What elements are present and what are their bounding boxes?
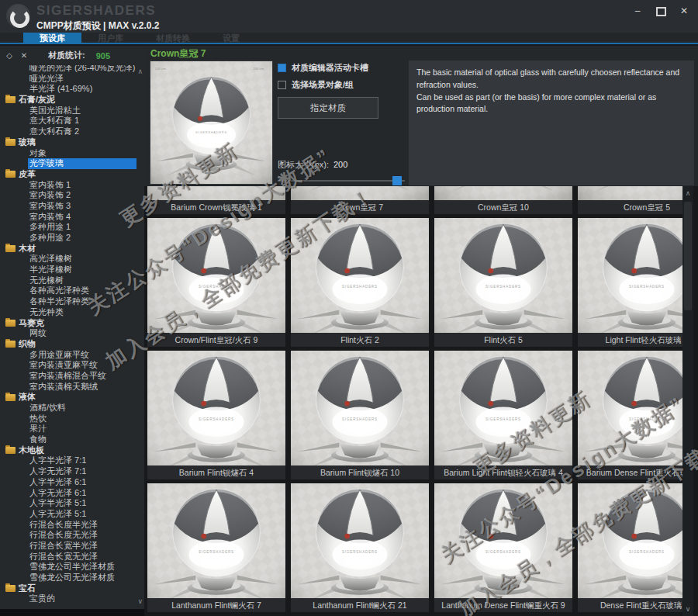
tree-item-21[interactable]: 各种高光泽种类 — [0, 286, 144, 296]
tree-item-label: 室内装潢亚麻平纹 — [29, 360, 98, 371]
tree-item-label: 室内装饰 1 — [29, 180, 71, 191]
tree-item-label: 室内装饰 2 — [29, 190, 71, 201]
window-close-button[interactable]: ✕ — [675, 5, 693, 18]
grid-scrollbar[interactable]: ∧ ∨ — [682, 186, 693, 616]
tree-item-22[interactable]: 各种半光泽种类 — [0, 296, 144, 307]
tree-folder-49[interactable]: 宝石 — [0, 583, 144, 594]
material-cell[interactable]: Dense Flint重火石玻璃 57 — [578, 483, 682, 612]
tree-item-19[interactable]: 半光泽橡树 — [0, 265, 144, 275]
tree-item-42[interactable]: 人字无光泽 5:1 — [0, 509, 144, 520]
tab-preset-library[interactable]: 预设库 — [23, 33, 81, 43]
tree-item-32[interactable]: 酒精/饮料 — [0, 403, 144, 414]
tree-item-6[interactable]: 意大利石膏 2 — [0, 126, 144, 137]
folder-icon — [5, 341, 16, 348]
tree-folder-3[interactable]: 石膏/灰泥 — [0, 95, 144, 106]
diamond-filter-icon[interactable]: ◇ — [4, 51, 15, 60]
tree-item-1[interactable]: 哑光光泽 — [0, 74, 144, 85]
checkbox-select-scene-objects[interactable]: 选择场景对象/组 — [278, 79, 409, 91]
material-cell[interactable]: Flint火石 5 — [434, 218, 572, 347]
tree-item-50[interactable]: 宝贵的 — [0, 594, 144, 604]
material-name: Crown皇冠 10 — [434, 200, 572, 214]
tree-item-15[interactable]: 多种用途 1 — [0, 222, 144, 233]
tab-material-convert[interactable]: 材质转换 — [140, 33, 206, 43]
material-cell[interactable]: Lanthanum Flint镧火石 7 — [147, 483, 285, 612]
tree-folder-31[interactable]: 液体 — [0, 392, 144, 403]
material-cell[interactable]: Lanthanum Flint镧火石 21 — [291, 483, 429, 612]
tree-folder-17[interactable]: 木材 — [0, 244, 144, 254]
tree-item-5[interactable]: 意大利石膏 1 — [0, 116, 144, 126]
tree-item-18[interactable]: 高光泽橡树 — [0, 254, 144, 265]
tree-folder-10[interactable]: 皮革 — [0, 169, 144, 180]
tree-folder-36[interactable]: 木地板 — [0, 445, 144, 456]
tree-item-12[interactable]: 室内装饰 2 — [0, 190, 144, 201]
tree-item-28[interactable]: 室内装潢亚麻平纹 — [0, 360, 144, 371]
tree-folder-24[interactable]: 马赛克 — [0, 318, 144, 329]
tree-item-14[interactable]: 室内装饰 4 — [0, 212, 144, 223]
material-cell[interactable]: Crown皇冠 5 — [578, 186, 682, 214]
tree-item-8[interactable]: 对象 — [0, 148, 144, 159]
sidebar-scroll-up-icon[interactable]: ∧ — [137, 67, 143, 75]
tree-item-45[interactable]: 行混合长宽半光泽 — [0, 541, 144, 552]
tree-item-33[interactable]: 热饮 — [0, 414, 144, 424]
sidebar-scroll-down-icon[interactable]: ∨ — [137, 597, 143, 605]
tab-settings[interactable]: 设置 — [206, 33, 256, 43]
tree-item-29[interactable]: 室内装潢棉混合平纹 — [0, 371, 144, 382]
tree-item-11[interactable]: 室内装饰 1 — [0, 180, 144, 191]
tree-item-48[interactable]: 雪佛龙公司无光泽材质 — [0, 573, 144, 583]
checkbox-editor-active-slot[interactable]: 材质编辑器活动卡槽 — [278, 62, 409, 74]
assign-material-button[interactable]: 指定材质 — [278, 97, 378, 119]
tree-folder-7[interactable]: 玻璃 — [0, 137, 144, 148]
grid-scroll-up-icon[interactable]: ∧ — [682, 189, 693, 197]
folder-icon — [5, 96, 16, 103]
tree-folder-26[interactable]: 织物 — [0, 339, 144, 350]
grid-row-2: Barium Flint钡燧石 4 Barium Flint钡燧石 10 Bar… — [147, 351, 682, 479]
slider-handle[interactable] — [392, 176, 402, 185]
grid-scroll-down-icon[interactable]: ∨ — [682, 605, 693, 613]
tree-item-44[interactable]: 行混合长度无光泽 — [0, 530, 144, 541]
tree-item-16[interactable]: 多种用途 2 — [0, 233, 144, 244]
tree-item-40[interactable]: 人字无光泽 6:1 — [0, 488, 144, 499]
tree-item-46[interactable]: 行混合长宽无光泽 — [0, 552, 144, 562]
tab-user-library[interactable]: 用户库 — [81, 33, 140, 43]
grid-scrollbar-thumb[interactable] — [684, 202, 692, 310]
window-minimize-button[interactable]: – — [628, 5, 647, 18]
tree-item-23[interactable]: 无光种类 — [0, 307, 144, 318]
tree-item-0[interactable]: 哑光的光泽 (26-40%反光泽) — [0, 65, 144, 74]
tree-item-34[interactable]: 果汁 — [0, 424, 144, 434]
tree-item-47[interactable]: 雪佛龙公司半光泽材质 — [0, 562, 144, 573]
icon-size-slider[interactable] — [278, 176, 405, 185]
tree-item-30[interactable]: 室内装潢棉天鹅绒 — [0, 382, 144, 393]
tree-item-27[interactable]: 多用途亚麻平纹 — [0, 350, 144, 361]
tree-item-2[interactable]: 半光泽 (41-69%) — [0, 84, 144, 95]
clear-filter-icon[interactable]: ✕ — [19, 51, 29, 60]
tree-item-43[interactable]: 行混合长度半光泽 — [0, 520, 144, 531]
material-cell[interactable]: Lanthanum Dense Flint镧重火石 9 — [434, 483, 572, 612]
tree-item-label: 室内装饰 3 — [29, 201, 71, 212]
slider-track — [278, 180, 405, 182]
tree-item-25[interactable]: 网纹 — [0, 328, 144, 339]
tree-item-39[interactable]: 人字半光泽 6:1 — [0, 477, 144, 488]
material-cell[interactable]: Crown/Flint皇冠/火石 9 — [147, 218, 285, 347]
tree-item-9[interactable]: 光学玻璃 — [0, 158, 144, 169]
material-cell[interactable]: Barium Flint钡燧石 10 — [291, 351, 429, 479]
material-cell[interactable]: Barium Dense Flint重火石玻璃 64 — [578, 351, 682, 479]
material-cell[interactable]: Barium Crown钡冕玻璃 1 — [147, 186, 285, 214]
tree-item-41[interactable]: 人字半光泽 5:1 — [0, 498, 144, 509]
tree-item-38[interactable]: 人字无光泽 7:1 — [0, 466, 144, 477]
window-maximize-button[interactable] — [651, 5, 670, 18]
tree-item-4[interactable]: 美国光滑粘土 — [0, 106, 144, 116]
material-cell[interactable]: Crown皇冠 10 — [434, 186, 572, 214]
tree-item-20[interactable]: 无光橡树 — [0, 275, 144, 286]
material-cell[interactable]: Flint火石 2 — [291, 218, 429, 347]
tree-item-35[interactable]: 食物 — [0, 434, 144, 445]
tree-item-13[interactable]: 室内装饰 3 — [0, 201, 144, 212]
title-bar: SIGERSHADERS CMPP材质预设 | MAX v.2.0.2 – ✕ — [0, 0, 698, 33]
material-cell[interactable]: Light Flint轻火石玻璃 5 — [578, 218, 682, 347]
material-cell[interactable]: Barium Flint钡燧石 4 — [147, 351, 285, 479]
tree-item-label: 雪佛龙公司半光泽材质 — [29, 562, 115, 573]
tree-item-label: 玻璃 — [19, 137, 36, 148]
material-name: Barium Flint钡燧石 4 — [147, 465, 285, 479]
material-cell[interactable]: Crown皇冠 7 — [291, 186, 429, 214]
material-cell[interactable]: Barium Light Flint钡轻火石玻璃 4 — [434, 351, 572, 479]
tree-item-37[interactable]: 人字半光泽 7:1 — [0, 455, 144, 466]
